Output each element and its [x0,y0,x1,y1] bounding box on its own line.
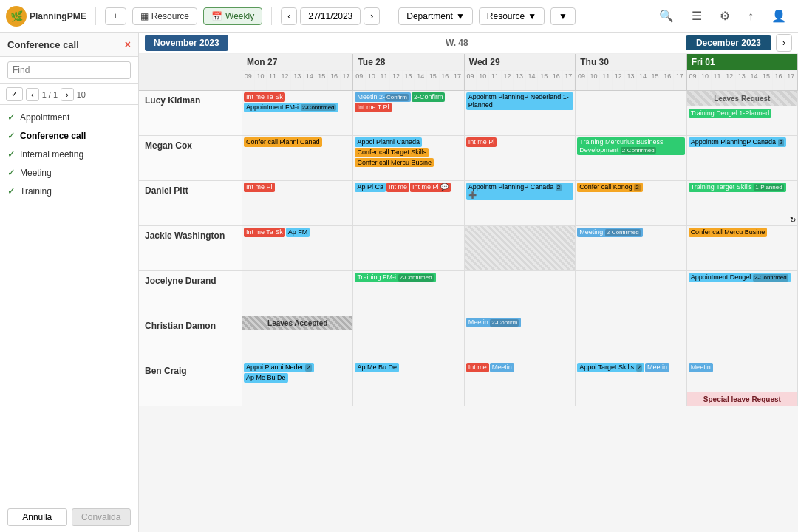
add-button[interactable]: + [105,7,126,25]
list-item[interactable]: Confer call Target Skills [355,148,429,157]
christian-mon[interactable]: Leaves Accepted [242,316,353,361]
ben-wed[interactable]: Int me Meetin [465,361,576,406]
megan-tue[interactable]: Appoi Planni Canada Confer call Target S… [353,136,464,180]
list-item[interactable]: Training Target Skills 1-Planned [689,183,786,192]
list-item[interactable]: Appointm PlanningP Nederland 1-Planned [466,92,573,110]
date-next-btn[interactable]: › [364,7,380,25]
jackie-mon[interactable]: Int me Ta Sk Ap FM [242,226,353,270]
list-item[interactable]: Confer call Konog 2 [577,183,643,192]
list-item[interactable]: Appointment FM-i 2-Confirmed [244,103,338,112]
list-item[interactable]: Confer call Mercu Busine [689,228,768,237]
lucy-mon[interactable]: Int me Ta Sk Appointment FM-i 2-Confirme… [242,91,353,135]
settings-button[interactable]: ⚙ [714,6,736,26]
list-item[interactable]: Appointm PlanningP Canada 2 ➕ [466,183,573,200]
filter-meeting[interactable]: ✓ Meeting [0,163,138,182]
list-item[interactable]: Training Dengel 1-Planned [689,109,772,118]
date-prev-btn[interactable]: ‹ [281,7,297,25]
jocelyne-thu[interactable] [576,271,686,316]
department-filter[interactable]: Department ▼ [398,7,473,25]
list-item[interactable]: 2-Confirm [412,92,446,102]
jocelyne-wed[interactable] [465,271,576,316]
resource-jocelyne-durand: Jocelyne Durand [139,271,242,316]
filter-training[interactable]: ✓ Training [0,182,138,200]
layers-button[interactable]: ☰ [686,6,708,26]
lucy-thu[interactable] [576,91,686,135]
list-item[interactable]: Ap Pl Ca [355,183,386,192]
next-month-btn[interactable]: › [776,34,792,52]
christian-fri[interactable] [687,316,798,361]
jocelyne-tue[interactable]: Training FM-i 2-Confirmed [353,271,464,316]
search-button[interactable]: 🔍 [653,6,680,26]
megan-fri[interactable]: Appointm PlanningP Canada 2 [687,136,798,180]
daniel-tue[interactable]: Ap Pl Ca Int me Int me Pl 💬 [353,181,464,225]
jackie-thu[interactable]: Meeting 2-Confirmed [576,226,686,270]
list-item[interactable]: Appoi Planni Neder 2 [244,363,314,372]
ben-mon[interactable]: Appoi Planni Neder 2 Ap Me Bu De [242,361,353,406]
list-item[interactable]: Training FM-i 2-Confirmed [355,273,435,282]
filter-appointment[interactable]: ✓ Appointment [0,108,138,126]
list-item[interactable]: Int me Ta Sk [244,228,285,237]
daniel-wed[interactable]: Appointm PlanningP Canada 2 ➕ [465,181,576,225]
filter-label3: Internal meeting [20,149,83,160]
convalida-button[interactable]: Convalida [72,508,132,526]
megan-thu[interactable]: Training Mercurius Business Development … [576,136,686,180]
daniel-mon[interactable]: Int me Pl [242,181,353,225]
list-item[interactable]: Training Mercurius Business Development … [577,137,684,155]
list-item[interactable]: Ap Me Bu De [355,363,399,372]
megan-wed[interactable]: Int me Pl [465,136,576,180]
list-item[interactable]: Ap Me Bu De [244,373,288,383]
list-item[interactable]: Meetin [689,363,713,372]
weekly-button[interactable]: 📅 Weekly [203,7,262,25]
user-button[interactable]: 👤 [765,6,792,26]
list-item[interactable]: Appointm PlanningP Canada 2 [689,137,786,147]
lucy-tue[interactable]: Meetin 2-Confirm 2-Confirm Int me T Pl [353,91,464,135]
list-item[interactable]: Meetin [490,363,514,372]
list-item[interactable]: Int me [466,363,489,372]
christian-wed[interactable]: Meetin 2-Confirm [465,316,576,361]
daniel-fri[interactable]: Training Target Skills 1-Planned ↻ [687,181,798,225]
ben-tue[interactable]: Ap Me Bu De [353,361,464,406]
resource-filter[interactable]: Resource ▼ [479,7,545,25]
daniel-thu[interactable]: Confer call Konog 2 [576,181,686,225]
megan-mon[interactable]: Confer call Planni Canad [242,136,353,180]
jocelyne-fri[interactable]: Appointment Dengel 2-Confirmed [687,271,798,316]
list-item[interactable]: Int me Pl [244,183,275,192]
list-item[interactable]: Ap FM [286,228,310,237]
jocelyne-mon[interactable] [242,271,353,316]
filter-conference-call[interactable]: ✓ Conference call [0,126,138,145]
christian-tue[interactable] [353,316,464,361]
list-item[interactable]: Appoi Target Skills 2 [577,363,644,372]
jackie-tue[interactable] [353,226,464,270]
resource-button[interactable]: ▦ Resource [132,7,197,25]
calendar-month-header: November 2023 W. 48 December 2023 › [139,33,798,54]
jackie-fri[interactable]: Confer call Mercu Busine [687,226,798,270]
list-item[interactable]: Int me [386,183,409,192]
list-item[interactable]: Confer call Mercu Busine [355,158,434,168]
list-item[interactable]: Int me Ta Sk [244,92,285,102]
nav-prev-btn[interactable]: ‹ [26,88,39,101]
lucy-fri[interactable]: Leaves Request Training Dengel 1-Planned [687,91,798,135]
list-item[interactable]: Appoi Planni Canada [355,137,422,147]
check-all-btn[interactable]: ✓ [6,87,23,101]
list-item[interactable]: Meeting 2-Confirmed [577,228,643,237]
list-item[interactable]: Meetin [645,363,669,372]
list-item[interactable]: Meetin 2-Confirm [355,92,411,102]
list-item[interactable]: Confer call Planni Canad [244,137,322,147]
christian-thu[interactable] [576,316,686,361]
ben-fri[interactable]: Meetin Special leave Request [687,361,798,406]
sidebar-close-button[interactable]: × [125,38,131,50]
lucy-wed[interactable]: Appointm PlanningP Nederland 1-Planned [465,91,576,135]
nav-next-btn[interactable]: › [61,88,74,101]
filter-btn[interactable]: ▼ [550,7,576,25]
filter-internal-meeting[interactable]: ✓ Internal meeting [0,145,138,163]
list-item[interactable]: Int me Pl 💬 [410,183,451,192]
list-item[interactable]: Meetin 2-Confirm [466,318,522,327]
ben-thu[interactable]: Appoi Target Skills 2 Meetin [576,361,686,406]
annulla-button[interactable]: Annulla [7,508,67,526]
list-item[interactable]: Appointment Dengel 2-Confirmed [689,273,791,282]
jackie-wed[interactable] [465,226,576,270]
list-item[interactable]: Int me Pl [466,137,497,147]
share-button[interactable]: ↑ [742,7,760,26]
list-item[interactable]: Int me T Pl [355,103,391,112]
find-input[interactable] [7,61,131,79]
